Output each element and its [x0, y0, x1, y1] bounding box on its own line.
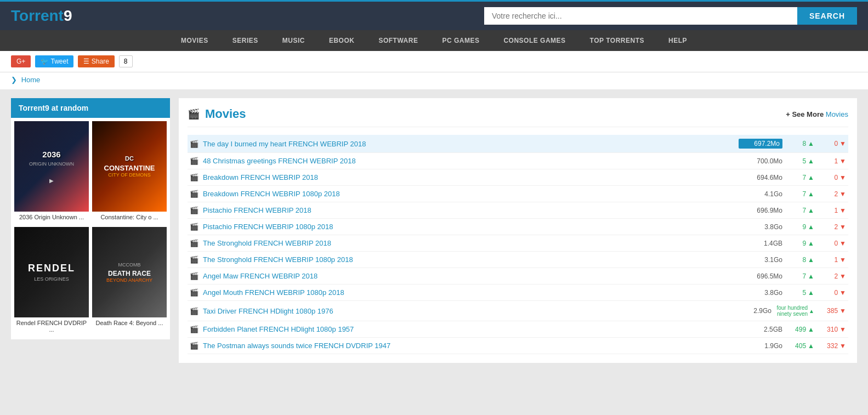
- torrent-size: 700.0Mo: [739, 157, 782, 165]
- torrent-link[interactable]: The Postman always sounds twice FRENCH D…: [203, 342, 734, 350]
- torrent-seeds: 7 ▲: [787, 190, 814, 198]
- movie-thumb-1: 2036 ORIGIN UNKNOWN ▶: [14, 121, 89, 212]
- torrent-seeds: four hundred ninety seven ▲: [776, 305, 814, 317]
- nav-help[interactable]: HELP: [656, 30, 699, 51]
- see-more-prefix: + See More: [786, 110, 824, 118]
- sidebar-movie-4[interactable]: MCCOMB DEATH RACE BEYOND ANARCHY Death R…: [92, 227, 167, 336]
- seed-arrow-up: ▲: [809, 308, 814, 314]
- video-icon: 🎬: [190, 140, 198, 148]
- tweet-bird-icon: 🐦: [41, 58, 49, 65]
- seed-arrow-up: ▲: [808, 140, 814, 147]
- leech-arrow-down: ▼: [839, 207, 846, 214]
- torrent-link[interactable]: Breakdown FRENCH WEBRIP 1080p 2018: [203, 190, 734, 198]
- torrent-seeds: 9 ▲: [787, 240, 814, 247]
- nav-series[interactable]: SERIES: [220, 30, 270, 51]
- video-icon: 🎬: [190, 190, 198, 198]
- torrent-link[interactable]: Angel Maw FRENCH WEBRIP 2018: [203, 272, 734, 280]
- nav-software[interactable]: SOFTWARE: [366, 30, 430, 51]
- video-icon: 🎬: [190, 173, 198, 181]
- leech-arrow-down: ▼: [839, 272, 846, 280]
- video-icon: 🎬: [190, 307, 198, 315]
- sidebar-movie-2[interactable]: DC CONSTANTINE CITY OF DEMONS Constantin…: [92, 121, 167, 224]
- table-row: 🎬 Breakdown FRENCH WEBRIP 1080p 2018 4.1…: [188, 186, 848, 202]
- nav-toptorrents[interactable]: TOP TORRENTS: [578, 30, 656, 51]
- torrent-leeches: 2 ▼: [819, 272, 846, 280]
- torrent-seeds: 9 ▲: [787, 223, 814, 231]
- video-icon: 🎬: [190, 325, 198, 333]
- logo-text: Torrent: [11, 7, 64, 24]
- torrent-leeches: 0 ▼: [819, 174, 846, 181]
- leech-arrow-down: ▼: [839, 240, 846, 247]
- torrent-link[interactable]: Forbidden Planet FRENCH HDlight 1080p 19…: [203, 325, 734, 333]
- torrent-link[interactable]: The day I burned my heart FRENCH WEBRIP …: [203, 140, 734, 148]
- seed-arrow-up: ▲: [808, 174, 814, 181]
- torrent-link[interactable]: Taxi Driver FRENCH HDlight 1080p 1976: [203, 307, 723, 315]
- torrent-leeches: 1 ▼: [819, 207, 846, 214]
- torrent-size: 3.1Go: [739, 256, 782, 264]
- leech-arrow-down: ▼: [839, 190, 846, 198]
- search-button[interactable]: SEARCH: [797, 7, 857, 25]
- torrent-size: 3.8Go: [739, 289, 782, 297]
- table-row: 🎬 The Stronghold FRENCH WEBRIP 1080p 201…: [188, 252, 848, 268]
- share-count: 8: [119, 55, 133, 67]
- seed-arrow-up: ▲: [808, 157, 814, 165]
- seed-arrow-up: ▲: [808, 326, 814, 333]
- table-row: 🎬 Taxi Driver FRENCH HDlight 1080p 1976 …: [188, 301, 848, 321]
- torrent-seeds: 499 ▲: [787, 326, 814, 333]
- video-icon: 🎬: [190, 157, 198, 165]
- torrent-leeches: 0 ▼: [819, 289, 846, 297]
- table-row: 🎬 Forbidden Planet FRENCH HDlight 1080p …: [188, 321, 848, 338]
- video-icon: 🎬: [190, 206, 198, 214]
- torrent-seeds: 8 ▲: [787, 140, 814, 147]
- torrent-seeds: 8 ▲: [787, 256, 814, 264]
- seed-arrow-up: ▲: [808, 256, 814, 264]
- video-icon: 🎬: [190, 239, 198, 247]
- torrent-leeches: 2 ▼: [819, 223, 846, 231]
- sidebar-title: Torrent9 at random: [11, 98, 170, 118]
- leech-arrow-down: ▼: [839, 140, 846, 147]
- gplus-button[interactable]: G+: [11, 55, 31, 67]
- torrent-size: 3.8Go: [739, 223, 782, 231]
- leech-arrow-down: ▼: [839, 157, 846, 165]
- tweet-button[interactable]: 🐦 Tweet: [35, 55, 73, 67]
- table-row: 🎬 Breakdown FRENCH WEBRIP 2018 694.6Mo 7…: [188, 169, 848, 186]
- torrent-seeds: 7 ▲: [787, 272, 814, 280]
- nav-movies[interactable]: MOVIES: [169, 30, 220, 51]
- torrent-link[interactable]: Breakdown FRENCH WEBRIP 2018: [203, 173, 734, 181]
- section-header: 🎬 Movies + See More Movies: [188, 107, 848, 127]
- leech-arrow-down: ▼: [839, 223, 846, 231]
- sidebar-movie-3[interactable]: RENDEL LES ORIGINES Rendel FRENCH DVDRIP…: [14, 227, 89, 336]
- leech-arrow-down: ▼: [839, 342, 846, 350]
- nav-music[interactable]: MUSIC: [270, 30, 317, 51]
- movie-label-2: Constantine: City o ...: [92, 212, 167, 224]
- site-logo[interactable]: Torrent9: [11, 7, 72, 25]
- torrent-link[interactable]: Angel Mouth FRENCH WEBRIP 1080p 2018: [203, 288, 734, 297]
- table-row: 🎬 Angel Mouth FRENCH WEBRIP 1080p 2018 3…: [188, 285, 848, 301]
- sidebar-movie-1[interactable]: 2036 ORIGIN UNKNOWN ▶ 2036 Origin Unknow…: [14, 121, 89, 224]
- leech-arrow-down: ▼: [839, 326, 846, 333]
- torrent-link[interactable]: Pistachio FRENCH WEBRIP 2018: [203, 206, 734, 214]
- nav-ebook[interactable]: EBOOK: [317, 30, 367, 51]
- torrent-leeches: 1 ▼: [819, 256, 846, 264]
- torrent-link[interactable]: The Stronghold FRENCH WEBRIP 1080p 2018: [203, 255, 734, 264]
- torrent-link[interactable]: Pistachio FRENCH WEBRIP 1080p 2018: [203, 223, 734, 231]
- share-button[interactable]: ☰ Share: [78, 55, 114, 67]
- table-row: 🎬 Pistachio FRENCH WEBRIP 1080p 2018 3.8…: [188, 219, 848, 235]
- leech-arrow-down: ▼: [839, 256, 846, 264]
- seed-arrow-up: ▲: [808, 272, 814, 280]
- search-input[interactable]: [484, 7, 797, 25]
- search-bar: SEARCH: [484, 7, 857, 25]
- share-label: Share: [92, 58, 109, 65]
- torrent-link[interactable]: 48 Christmas greetings FRENCH WEBRIP 201…: [203, 157, 734, 165]
- seed-arrow-up: ▲: [808, 289, 814, 297]
- breadcrumb-home[interactable]: Home: [21, 76, 41, 84]
- torrent-leeches: 385 ▼: [819, 307, 846, 315]
- movies-icon: 🎬: [188, 108, 200, 120]
- nav-consolegames[interactable]: CONSOLE GAMES: [491, 30, 577, 51]
- torrent-leeches: 0 ▼: [819, 240, 846, 247]
- see-more-link[interactable]: + See More Movies: [786, 110, 848, 118]
- table-row: 🎬 The day I burned my heart FRENCH WEBRI…: [188, 135, 848, 153]
- content-area: Torrent9 at random 2036 ORIGIN UNKNOWN ▶…: [0, 89, 868, 372]
- torrent-link[interactable]: The Stronghold FRENCH WEBRIP 2018: [203, 239, 734, 247]
- nav-pcgames[interactable]: PC GAMES: [430, 30, 491, 51]
